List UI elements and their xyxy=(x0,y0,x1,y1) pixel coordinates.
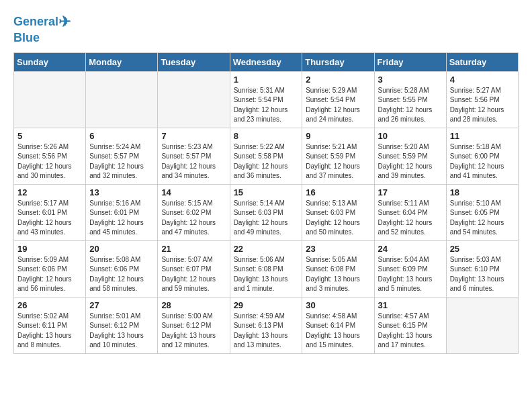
day-number: 12 xyxy=(17,187,82,197)
day-number: 24 xyxy=(378,244,443,254)
day-info: Sunrise: 5:28 AM Sunset: 5:55 PM Dayligh… xyxy=(378,86,443,125)
calendar-cell: 11Sunrise: 5:18 AM Sunset: 6:00 PM Dayli… xyxy=(446,128,518,184)
day-number: 3 xyxy=(378,75,443,85)
calendar-cell: 21Sunrise: 5:07 AM Sunset: 6:07 PM Dayli… xyxy=(158,240,230,297)
calendar-cell: 30Sunrise: 4:58 AM Sunset: 6:14 PM Dayli… xyxy=(302,297,374,353)
day-info: Sunrise: 5:18 AM Sunset: 6:00 PM Dayligh… xyxy=(450,142,515,181)
calendar-cell: 7Sunrise: 5:23 AM Sunset: 5:57 PM Daylig… xyxy=(158,128,230,184)
day-info: Sunrise: 5:22 AM Sunset: 5:58 PM Dayligh… xyxy=(234,142,299,181)
day-number: 16 xyxy=(306,187,370,197)
calendar-cell xyxy=(86,71,158,128)
weekday-header-wednesday: Wednesday xyxy=(230,52,302,71)
day-info: Sunrise: 5:15 AM Sunset: 6:02 PM Dayligh… xyxy=(161,199,226,238)
weekday-header-row: SundayMondayTuesdayWednesdayThursdayFrid… xyxy=(14,52,519,71)
day-info: Sunrise: 4:59 AM Sunset: 6:13 PM Dayligh… xyxy=(234,312,299,351)
day-info: Sunrise: 4:57 AM Sunset: 6:15 PM Dayligh… xyxy=(378,312,443,351)
weekday-header-sunday: Sunday xyxy=(14,52,86,71)
calendar-cell: 14Sunrise: 5:15 AM Sunset: 6:02 PM Dayli… xyxy=(158,184,230,240)
day-info: Sunrise: 5:26 AM Sunset: 5:56 PM Dayligh… xyxy=(17,142,82,181)
day-info: Sunrise: 5:13 AM Sunset: 6:03 PM Dayligh… xyxy=(306,199,370,238)
day-number: 5 xyxy=(17,131,82,141)
day-info: Sunrise: 5:05 AM Sunset: 6:08 PM Dayligh… xyxy=(306,255,370,294)
weekday-header-monday: Monday xyxy=(86,52,158,71)
day-info: Sunrise: 5:06 AM Sunset: 6:08 PM Dayligh… xyxy=(234,255,299,294)
day-info: Sunrise: 5:02 AM Sunset: 6:11 PM Dayligh… xyxy=(17,312,82,351)
day-info: Sunrise: 5:07 AM Sunset: 6:07 PM Dayligh… xyxy=(161,255,226,294)
calendar-cell: 31Sunrise: 4:57 AM Sunset: 6:15 PM Dayli… xyxy=(374,297,446,353)
calendar-week-row: 26Sunrise: 5:02 AM Sunset: 6:11 PM Dayli… xyxy=(14,297,519,353)
calendar-cell: 4Sunrise: 5:27 AM Sunset: 5:56 PM Daylig… xyxy=(446,71,518,128)
calendar-cell: 28Sunrise: 5:00 AM Sunset: 6:12 PM Dayli… xyxy=(158,297,230,353)
day-number: 30 xyxy=(306,300,370,310)
weekday-header-thursday: Thursday xyxy=(302,52,374,71)
day-number: 31 xyxy=(378,300,443,310)
calendar-cell: 22Sunrise: 5:06 AM Sunset: 6:08 PM Dayli… xyxy=(230,240,302,297)
day-number: 11 xyxy=(450,131,515,141)
day-number: 1 xyxy=(234,75,299,85)
day-number: 7 xyxy=(161,131,226,141)
logo-blue: Blue xyxy=(13,31,40,44)
day-number: 21 xyxy=(161,244,226,254)
calendar-cell: 2Sunrise: 5:29 AM Sunset: 5:54 PM Daylig… xyxy=(302,71,374,128)
calendar-cell: 1Sunrise: 5:31 AM Sunset: 5:54 PM Daylig… xyxy=(230,71,302,128)
calendar-cell: 26Sunrise: 5:02 AM Sunset: 6:11 PM Dayli… xyxy=(14,297,86,353)
day-number: 9 xyxy=(306,131,370,141)
calendar-cell xyxy=(446,297,518,353)
calendar-week-row: 12Sunrise: 5:17 AM Sunset: 6:01 PM Dayli… xyxy=(14,184,519,240)
day-info: Sunrise: 5:11 AM Sunset: 6:04 PM Dayligh… xyxy=(378,199,443,238)
day-info: Sunrise: 5:29 AM Sunset: 5:54 PM Dayligh… xyxy=(306,86,370,125)
calendar-cell: 24Sunrise: 5:04 AM Sunset: 6:09 PM Dayli… xyxy=(374,240,446,297)
day-number: 4 xyxy=(450,75,515,85)
calendar-cell: 16Sunrise: 5:13 AM Sunset: 6:03 PM Dayli… xyxy=(302,184,374,240)
calendar-cell: 19Sunrise: 5:09 AM Sunset: 6:06 PM Dayli… xyxy=(14,240,86,297)
day-info: Sunrise: 5:14 AM Sunset: 6:03 PM Dayligh… xyxy=(234,199,299,238)
day-number: 29 xyxy=(234,300,299,310)
calendar-cell xyxy=(14,71,86,128)
weekday-header-saturday: Saturday xyxy=(446,52,518,71)
calendar-cell: 25Sunrise: 5:03 AM Sunset: 6:10 PM Dayli… xyxy=(446,240,518,297)
calendar-cell: 17Sunrise: 5:11 AM Sunset: 6:04 PM Dayli… xyxy=(374,184,446,240)
day-info: Sunrise: 4:58 AM Sunset: 6:14 PM Dayligh… xyxy=(306,312,370,351)
logo: General✈ Blue xyxy=(13,13,71,46)
day-number: 17 xyxy=(378,187,443,197)
day-info: Sunrise: 5:20 AM Sunset: 5:59 PM Dayligh… xyxy=(378,142,443,181)
day-info: Sunrise: 5:01 AM Sunset: 6:12 PM Dayligh… xyxy=(89,312,154,351)
calendar-cell: 15Sunrise: 5:14 AM Sunset: 6:03 PM Dayli… xyxy=(230,184,302,240)
day-number: 19 xyxy=(17,244,82,254)
day-info: Sunrise: 5:21 AM Sunset: 5:59 PM Dayligh… xyxy=(306,142,370,181)
calendar-cell: 27Sunrise: 5:01 AM Sunset: 6:12 PM Dayli… xyxy=(86,297,158,353)
day-number: 28 xyxy=(161,300,226,310)
day-info: Sunrise: 5:10 AM Sunset: 6:05 PM Dayligh… xyxy=(450,199,515,238)
calendar-cell: 10Sunrise: 5:20 AM Sunset: 5:59 PM Dayli… xyxy=(374,128,446,184)
day-info: Sunrise: 5:31 AM Sunset: 5:54 PM Dayligh… xyxy=(234,86,299,125)
logo-general: General xyxy=(13,15,58,28)
day-number: 2 xyxy=(306,75,370,85)
day-number: 26 xyxy=(17,300,82,310)
weekday-header-friday: Friday xyxy=(374,52,446,71)
calendar-cell: 13Sunrise: 5:16 AM Sunset: 6:01 PM Dayli… xyxy=(86,184,158,240)
day-info: Sunrise: 5:24 AM Sunset: 5:57 PM Dayligh… xyxy=(89,142,154,181)
day-info: Sunrise: 5:27 AM Sunset: 5:56 PM Dayligh… xyxy=(450,86,515,125)
day-number: 27 xyxy=(89,300,154,310)
calendar-week-row: 1Sunrise: 5:31 AM Sunset: 5:54 PM Daylig… xyxy=(14,71,519,128)
calendar-cell: 6Sunrise: 5:24 AM Sunset: 5:57 PM Daylig… xyxy=(86,128,158,184)
calendar-cell: 12Sunrise: 5:17 AM Sunset: 6:01 PM Dayli… xyxy=(14,184,86,240)
calendar-cell: 20Sunrise: 5:08 AM Sunset: 6:06 PM Dayli… xyxy=(86,240,158,297)
calendar-cell xyxy=(158,71,230,128)
weekday-header-tuesday: Tuesday xyxy=(158,52,230,71)
day-info: Sunrise: 5:17 AM Sunset: 6:01 PM Dayligh… xyxy=(17,199,82,238)
calendar-cell: 9Sunrise: 5:21 AM Sunset: 5:59 PM Daylig… xyxy=(302,128,374,184)
day-info: Sunrise: 5:00 AM Sunset: 6:12 PM Dayligh… xyxy=(161,312,226,351)
calendar-cell: 23Sunrise: 5:05 AM Sunset: 6:08 PM Dayli… xyxy=(302,240,374,297)
day-info: Sunrise: 5:09 AM Sunset: 6:06 PM Dayligh… xyxy=(17,255,82,294)
day-info: Sunrise: 5:16 AM Sunset: 6:01 PM Dayligh… xyxy=(89,199,154,238)
logo-bird-icon: ✈ xyxy=(58,13,71,30)
calendar-cell: 29Sunrise: 4:59 AM Sunset: 6:13 PM Dayli… xyxy=(230,297,302,353)
calendar-cell: 18Sunrise: 5:10 AM Sunset: 6:05 PM Dayli… xyxy=(446,184,518,240)
day-number: 18 xyxy=(450,187,515,197)
day-info: Sunrise: 5:23 AM Sunset: 5:57 PM Dayligh… xyxy=(161,142,226,181)
day-number: 6 xyxy=(89,131,154,141)
calendar-cell: 3Sunrise: 5:28 AM Sunset: 5:55 PM Daylig… xyxy=(374,71,446,128)
calendar-table: SundayMondayTuesdayWednesdayThursdayFrid… xyxy=(13,52,519,354)
day-number: 15 xyxy=(234,187,299,197)
